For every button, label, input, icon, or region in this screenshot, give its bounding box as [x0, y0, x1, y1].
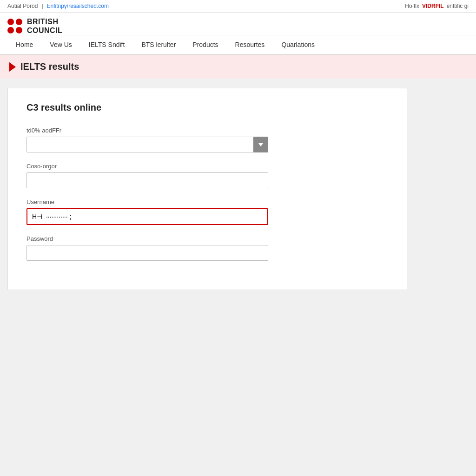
logo-dot-2	[16, 19, 22, 25]
hofix-label: Ho·flx	[405, 3, 419, 9]
nav-item-resourtes[interactable]: Resourtes	[227, 35, 273, 54]
logo-dot-3	[7, 27, 14, 33]
vidrfil-label: VIDRFIL	[422, 3, 444, 9]
top-bar-link[interactable]: Enfitnpy/resailsched.com	[47, 3, 109, 9]
site-header: British Council	[0, 13, 476, 35]
nav-item-products[interactable]: Products	[184, 35, 226, 54]
logo: British Council	[7, 17, 62, 35]
page-banner-title: IELTS results	[20, 61, 79, 72]
password-input[interactable]	[26, 245, 268, 261]
username-label: Username	[26, 198, 388, 205]
form-card: C3 results online td0% aodFFr Coso-orgor…	[7, 88, 407, 290]
nav-item-home[interactable]: Home	[7, 35, 41, 54]
username-group: Username	[26, 198, 388, 225]
password-label: Password	[26, 235, 388, 242]
field1-group: td0% aodFFr	[26, 127, 388, 152]
field1-select-wrapper	[26, 137, 268, 152]
nav-item-ielts-sndift[interactable]: IELTS Sndift	[80, 35, 133, 54]
field1-select[interactable]	[26, 137, 268, 152]
logo-dot-4	[16, 27, 22, 33]
top-bar-left: Autial Porod | Enfitnpy/resailsched.com	[7, 3, 109, 9]
banner-arrow-icon	[9, 62, 16, 72]
field2-label: Coso-orgor	[26, 163, 388, 170]
logo-dots	[7, 19, 22, 33]
nav-item-vew-us[interactable]: Vew Us	[41, 35, 80, 54]
logo-dot-1	[7, 19, 14, 25]
top-bar-right: Ho·flx VIDRFIL enttific gi	[405, 3, 469, 9]
nav-item-quarlations[interactable]: Quarlations	[273, 35, 323, 54]
main-content: C3 results online td0% aodFFr Coso-orgor…	[0, 88, 476, 304]
main-nav: Home Vew Us IELTS Sndift BTS lerulter Pr…	[0, 35, 476, 55]
field2-input[interactable]	[26, 172, 268, 188]
nav-item-bts-lerulter[interactable]: BTS lerulter	[133, 35, 184, 54]
logo-line1: British	[27, 17, 62, 26]
field2-group: Coso-orgor	[26, 163, 388, 188]
top-bar: Autial Porod | Enfitnpy/resailsched.com …	[0, 0, 476, 13]
logo-text: British Council	[27, 17, 62, 35]
field1-label: td0% aodFFr	[26, 127, 388, 134]
autial-porod-text: Autial Porod	[7, 3, 38, 9]
username-input[interactable]	[26, 208, 268, 225]
password-group: Password	[26, 235, 388, 261]
form-card-title: C3 results online	[26, 102, 388, 113]
separator: |	[41, 3, 43, 9]
page-banner: IELTS results	[0, 55, 476, 79]
logo-line2: Council	[27, 26, 62, 35]
right-extra-text: enttific gi	[447, 3, 469, 9]
